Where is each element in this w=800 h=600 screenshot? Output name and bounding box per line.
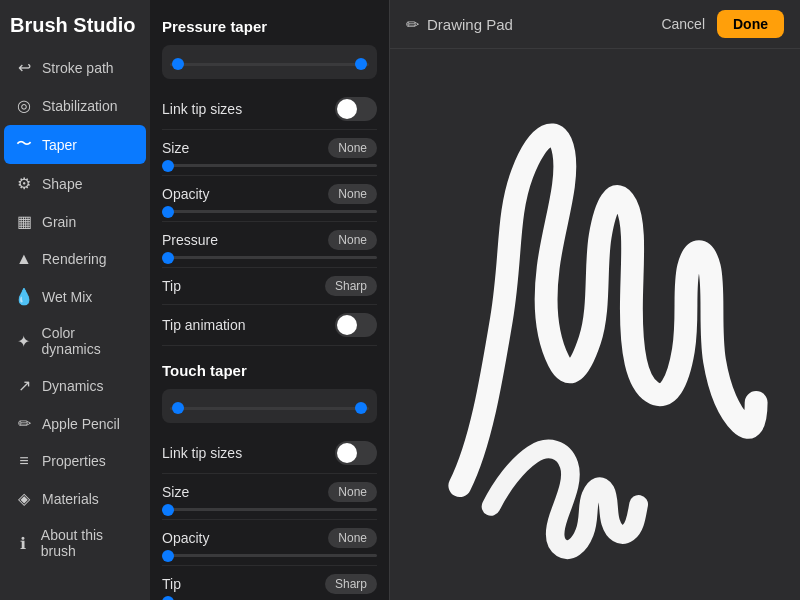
opacity-touch-slider[interactable]: [162, 554, 377, 557]
sidebar-item-properties[interactable]: ≡ Properties: [4, 443, 146, 479]
wet-mix-icon: 💧: [14, 287, 34, 306]
sidebar-nav: ↩ Stroke path ◎ Stabilization 〜 Taper ⚙ …: [0, 49, 150, 569]
sidebar-item-label: Materials: [42, 491, 99, 507]
sidebar-item-label: Stabilization: [42, 98, 118, 114]
shape-icon: ⚙: [14, 174, 34, 193]
opacity-touch-label: Opacity: [162, 530, 209, 546]
sidebar-item-label: Rendering: [42, 251, 107, 267]
materials-icon: ◈: [14, 489, 34, 508]
sidebar-item-apple-pencil[interactable]: ✏ Apple Pencil: [4, 405, 146, 442]
sidebar: Brush Studio ↩ Stroke path ◎ Stabilizati…: [0, 0, 150, 600]
pressure-badge: None: [328, 230, 377, 250]
sidebar-item-grain[interactable]: ▦ Grain: [4, 203, 146, 240]
properties-icon: ≡: [14, 452, 34, 470]
size-touch-row: Size None: [162, 474, 377, 520]
opacity-touch-badge: None: [328, 528, 377, 548]
link-tip-sizes-touch-row: Link tip sizes: [162, 433, 377, 474]
tip-animation-toggle[interactable]: [335, 313, 377, 337]
size-pressure-slider[interactable]: [162, 164, 377, 167]
link-tip-sizes-pressure-toggle[interactable]: [335, 97, 377, 121]
size-pressure-dot[interactable]: [162, 160, 174, 172]
app-title: Brush Studio: [0, 0, 150, 49]
opacity-pressure-dot[interactable]: [162, 206, 174, 218]
brush-stroke-svg: [390, 49, 800, 600]
sidebar-item-stabilization[interactable]: ◎ Stabilization: [4, 87, 146, 124]
size-touch-label: Size: [162, 484, 189, 500]
drawing-pad-text: Drawing Pad: [427, 16, 513, 33]
touch-slider-left-thumb[interactable]: [172, 402, 184, 414]
pressure-label: Pressure: [162, 232, 218, 248]
sidebar-item-about[interactable]: ℹ About this brush: [4, 518, 146, 568]
taper-icon: 〜: [14, 134, 34, 155]
sidebar-item-label: Apple Pencil: [42, 416, 120, 432]
grain-icon: ▦: [14, 212, 34, 231]
stabilization-icon: ◎: [14, 96, 34, 115]
link-tip-sizes-pressure-label: Link tip sizes: [162, 101, 242, 117]
opacity-pressure-label: Opacity: [162, 186, 209, 202]
touch-slider-right-thumb[interactable]: [355, 402, 367, 414]
cancel-button[interactable]: Cancel: [661, 16, 705, 32]
opacity-pressure-slider[interactable]: [162, 210, 377, 213]
tip-pressure-row: Tip Sharp: [162, 268, 377, 305]
opacity-touch-row: Opacity None: [162, 520, 377, 566]
sidebar-item-label: Color dynamics: [42, 325, 136, 357]
size-touch-dot[interactable]: [162, 504, 174, 516]
drawing-pad-label-area: ✏ Drawing Pad: [406, 15, 513, 34]
tip-touch-dot[interactable]: [162, 596, 174, 601]
sidebar-item-rendering[interactable]: ▲ Rendering: [4, 241, 146, 277]
about-icon: ℹ: [14, 534, 33, 553]
size-touch-badge: None: [328, 482, 377, 502]
drawing-panel: ✏ Drawing Pad Cancel Done: [390, 0, 800, 600]
toggle-knob: [337, 315, 357, 335]
pressure-taper-title: Pressure taper: [162, 18, 377, 35]
tip-pressure-badge[interactable]: Sharp: [325, 276, 377, 296]
sidebar-item-taper[interactable]: 〜 Taper: [4, 125, 146, 164]
size-pressure-row: Size None: [162, 130, 377, 176]
color-dynamics-icon: ✦: [14, 332, 34, 351]
header-actions: Cancel Done: [661, 10, 784, 38]
stroke-path-icon: ↩: [14, 58, 34, 77]
pressure-slider[interactable]: [162, 256, 377, 259]
tip-touch-label: Tip: [162, 576, 181, 592]
sidebar-item-dynamics[interactable]: ↗ Dynamics: [4, 367, 146, 404]
size-touch-slider[interactable]: [162, 508, 377, 511]
size-pressure-label: Size: [162, 140, 189, 156]
tip-touch-badge[interactable]: Sharp: [325, 574, 377, 594]
main-panel: Pressure taper Link tip sizes Size None: [150, 0, 390, 600]
link-tip-sizes-touch-label: Link tip sizes: [162, 445, 242, 461]
pressure-row: Pressure None: [162, 222, 377, 268]
pressure-taper-slider[interactable]: [162, 45, 377, 79]
touch-taper-title: Touch taper: [162, 362, 377, 379]
opacity-pressure-badge: None: [328, 184, 377, 204]
drawing-pad-icon: ✏: [406, 15, 419, 34]
drawing-canvas: [390, 49, 800, 600]
sidebar-item-color-dynamics[interactable]: ✦ Color dynamics: [4, 316, 146, 366]
sidebar-item-label: Wet Mix: [42, 289, 92, 305]
sidebar-item-shape[interactable]: ⚙ Shape: [4, 165, 146, 202]
tip-pressure-label: Tip: [162, 278, 181, 294]
sidebar-item-label: Grain: [42, 214, 76, 230]
sidebar-item-label: About this brush: [41, 527, 136, 559]
tip-animation-row: Tip animation: [162, 305, 377, 346]
pressure-slider-left-thumb[interactable]: [172, 58, 184, 70]
pressure-dot[interactable]: [162, 252, 174, 264]
opacity-pressure-row: Opacity None: [162, 176, 377, 222]
link-tip-sizes-touch-toggle[interactable]: [335, 441, 377, 465]
toggle-knob: [337, 443, 357, 463]
sidebar-item-stroke-path[interactable]: ↩ Stroke path: [4, 49, 146, 86]
sidebar-item-materials[interactable]: ◈ Materials: [4, 480, 146, 517]
pressure-slider-right-thumb[interactable]: [355, 58, 367, 70]
sidebar-item-wet-mix[interactable]: 💧 Wet Mix: [4, 278, 146, 315]
drawing-header: ✏ Drawing Pad Cancel Done: [390, 0, 800, 49]
opacity-touch-dot[interactable]: [162, 550, 174, 562]
sidebar-item-label: Shape: [42, 176, 82, 192]
sidebar-item-label: Taper: [42, 137, 77, 153]
touch-taper-slider[interactable]: [162, 389, 377, 423]
dynamics-icon: ↗: [14, 376, 34, 395]
sidebar-item-label: Stroke path: [42, 60, 114, 76]
sidebar-item-label: Dynamics: [42, 378, 103, 394]
rendering-icon: ▲: [14, 250, 34, 268]
done-button[interactable]: Done: [717, 10, 784, 38]
sidebar-item-label: Properties: [42, 453, 106, 469]
size-pressure-badge: None: [328, 138, 377, 158]
